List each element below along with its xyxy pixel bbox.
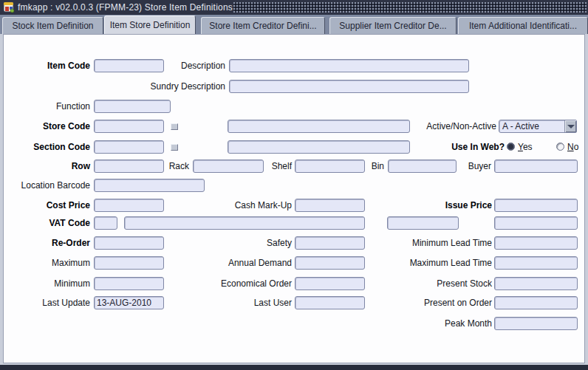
economical-order-label: Economical Order [207, 278, 292, 290]
last-user-input[interactable] [295, 296, 365, 309]
tab-supplier-item-creditor-definition[interactable]: Supplier Item Creditor De... [329, 17, 457, 34]
cost-price-input[interactable] [94, 199, 164, 212]
re-order-input[interactable] [94, 236, 164, 250]
economical-order-input[interactable] [295, 277, 365, 290]
description-input[interactable] [229, 59, 469, 72]
function-label: Function [7, 101, 90, 112]
buyer-input[interactable] [494, 160, 578, 173]
tab-bar: Stock Item Definition Item Store Definit… [0, 15, 588, 34]
sundry-description-label: Sundry Description [118, 81, 225, 92]
rack-label: Rack [148, 161, 189, 172]
minimum-input[interactable] [94, 277, 164, 290]
use-in-web-no-label[interactable]: No [567, 142, 578, 153]
chevron-down-icon [567, 125, 575, 129]
last-update-label: Last Update [7, 298, 90, 309]
maximum-lead-time-input[interactable] [494, 256, 578, 270]
section-code-lov-button[interactable] [171, 144, 178, 151]
section-name-input[interactable] [228, 140, 410, 154]
dropdown-arrow-button[interactable] [564, 120, 576, 132]
cost-price-label: Cost Price [7, 200, 90, 211]
store-code-lov-button[interactable] [171, 123, 178, 130]
vat-code-input[interactable] [94, 216, 117, 230]
maximum-lead-time-label: Maximum Lead Time [399, 258, 492, 269]
location-barcode-input[interactable] [94, 179, 205, 192]
peak-month-input[interactable] [494, 317, 578, 330]
safety-label: Safety [207, 238, 292, 249]
location-barcode-label: Location Barcode [7, 180, 90, 191]
tab-item-additional-identification[interactable]: Item Additional Identificati... [458, 17, 588, 34]
description-label: Description [148, 61, 225, 72]
active-non-active-label: Active/Non-Active [399, 121, 496, 132]
active-non-active-dropdown[interactable]: A - Active [499, 120, 577, 133]
minimum-lead-time-input[interactable] [494, 236, 578, 250]
tab-store-item-creditor-definition[interactable]: Store Item Creditor Defini... [201, 17, 325, 34]
use-in-web-yes-label[interactable]: Yes [518, 142, 533, 153]
titlebar-texture [233, 2, 587, 13]
present-on-order-label: Present on Order [399, 298, 492, 309]
present-stock-label: Present Stock [399, 278, 492, 290]
buyer-label: Buyer [443, 161, 491, 172]
row-label: Row [7, 161, 90, 172]
annual-demand-label: Annual Demand [207, 258, 292, 269]
tab-stock-item-definition[interactable]: Stock Item Definition [2, 17, 103, 34]
app-icon [3, 1, 15, 13]
item-code-label: Item Code [7, 61, 90, 72]
use-in-web-no-radio[interactable] [556, 143, 564, 151]
present-on-order-input[interactable] [494, 296, 578, 309]
store-name-input[interactable] [228, 120, 410, 133]
vat-amount-input[interactable] [494, 216, 578, 230]
present-stock-input[interactable] [494, 277, 578, 290]
function-input[interactable] [94, 100, 171, 113]
minimum-label: Minimum [7, 278, 90, 290]
issue-price-input[interactable] [494, 199, 578, 212]
safety-input[interactable] [295, 236, 365, 250]
cash-mark-up-input[interactable] [295, 199, 365, 212]
tab-item-store-definition[interactable]: Item Store Definition [104, 16, 196, 34]
vat-rate-input[interactable] [387, 216, 459, 230]
maximum-label: Maximum [7, 258, 90, 269]
last-user-label: Last User [207, 298, 292, 309]
window-title: fmkapp : v02.0.0.3 (FPMM-23) Store Item … [18, 2, 237, 13]
cash-mark-up-label: Cash Mark-Up [207, 200, 292, 211]
re-order-label: Re-Order [7, 238, 90, 249]
app-window: fmkapp : v02.0.0.3 (FPMM-23) Store Item … [0, 0, 588, 370]
minimum-lead-time-label: Minimum Lead Time [399, 238, 492, 249]
use-in-web-yes-radio[interactable] [507, 143, 515, 151]
section-code-label: Section Code [7, 142, 90, 153]
use-in-web-label: Use In Web? [399, 142, 505, 153]
vat-description-input[interactable] [124, 216, 365, 230]
vat-code-label: VAT Code [7, 218, 90, 229]
store-code-input[interactable] [94, 120, 164, 133]
sundry-description-input[interactable] [229, 80, 469, 93]
active-non-active-value: A - Active [499, 120, 564, 132]
peak-month-label: Peak Month [399, 318, 492, 329]
title-bar[interactable]: fmkapp : v02.0.0.3 (FPMM-23) Store Item … [0, 0, 588, 15]
annual-demand-input[interactable] [295, 256, 365, 270]
section-code-input[interactable] [94, 140, 164, 154]
issue-price-label: Issue Price [399, 200, 492, 211]
shelf-label: Shelf [251, 161, 292, 172]
maximum-input[interactable] [94, 256, 164, 270]
store-code-label: Store Code [7, 121, 90, 132]
last-update-input[interactable] [94, 296, 164, 309]
bin-label: Bin [347, 161, 384, 172]
window-bottom-edge [0, 365, 588, 370]
